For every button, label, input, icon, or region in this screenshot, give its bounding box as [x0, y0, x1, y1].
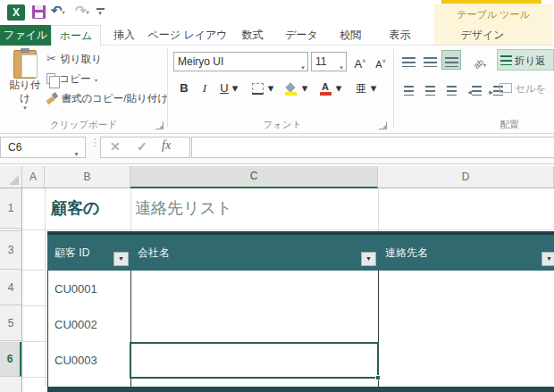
formula-input[interactable]	[191, 137, 554, 158]
scissors-icon: ✂	[46, 52, 56, 65]
fill-color-button[interactable]	[282, 79, 300, 98]
tab-page-layout[interactable]: ページ レイアウト	[147, 25, 228, 46]
borders-dropdown-icon[interactable]: ▾	[266, 79, 275, 98]
column-header-c-selected[interactable]: C	[130, 166, 378, 188]
sheet-grid[interactable]: 顧客の 連絡先リスト 顧客 ID 会社名 連絡先名 ▼ ▼ ▼ CU0001 C…	[22, 188, 554, 392]
align-left-button[interactable]	[399, 79, 418, 98]
table-border	[47, 271, 48, 387]
chevron-down-icon: ▼	[339, 59, 344, 77]
row-header-6-selected[interactable]: 6	[0, 342, 21, 377]
phonetic-dropdown-icon[interactable]: ▾	[369, 79, 378, 98]
underline-dropdown-icon[interactable]: ▾	[231, 79, 239, 98]
name-box[interactable]: C6▼	[0, 137, 86, 158]
fill-color-dropdown-icon[interactable]: ▾	[300, 79, 309, 98]
formula-bar: C6▼ ⋮ ✕ ✓ fx	[0, 135, 554, 164]
filter-dropdown-icon[interactable]: ▼	[541, 252, 554, 266]
ribbon-tab-bar: ファイル ホーム 挿入 ページ レイアウト 数式 データ 校閲 表示 デザイン	[0, 25, 554, 46]
tab-formulas[interactable]: 数式	[228, 25, 277, 46]
cell-b5[interactable]: CU0002	[55, 306, 126, 342]
font-color-dropdown-icon[interactable]: ▾	[334, 79, 343, 98]
copy-dropdown-icon[interactable]: ▾	[95, 78, 97, 83]
cancel-icon[interactable]: ✕	[110, 139, 121, 154]
table-header-company: 会社名	[130, 235, 378, 271]
borders-button[interactable]	[248, 79, 266, 98]
redo-icon[interactable]: ↷▾	[75, 3, 89, 19]
borders-icon	[252, 83, 264, 95]
row-header-1[interactable]: 1	[0, 188, 21, 229]
format-painter-icon	[46, 93, 57, 104]
filter-dropdown-icon[interactable]: ▼	[361, 252, 376, 266]
cell-b6[interactable]: CU0003	[55, 342, 126, 378]
paste-label: 貼り付け	[5, 79, 45, 105]
increase-font-size-button[interactable]: A˄	[350, 52, 370, 71]
undo-icon[interactable]: ↶▾	[51, 3, 65, 19]
font-name-combobox[interactable]: Meiryo UI▼	[173, 52, 308, 71]
customize-qat-icon[interactable]: ▾	[95, 6, 105, 17]
align-center-button[interactable]	[420, 79, 440, 98]
column-header-d[interactable]: D	[378, 166, 554, 188]
formula-buttons: ✕ ✓ fx	[100, 137, 190, 158]
wrap-text-button[interactable]: 折り返	[497, 49, 554, 71]
phonetic-guide-button[interactable]: 亜	[352, 79, 370, 98]
decrease-indent-button[interactable]: ◂	[465, 79, 484, 98]
font-dialog-launcher-icon[interactable]	[379, 121, 387, 129]
align-middle-button[interactable]	[420, 50, 440, 70]
align-top-icon	[402, 57, 416, 67]
gridline	[22, 305, 47, 306]
tab-design[interactable]: デザイン	[438, 25, 527, 46]
gridline	[22, 229, 554, 230]
clipboard-icon	[13, 50, 37, 79]
excel-logo-icon: X	[7, 4, 25, 21]
column-header-b[interactable]: B	[45, 166, 130, 188]
align-bottom-button[interactable]	[441, 50, 461, 70]
font-size-combobox[interactable]: 11▼	[311, 52, 347, 71]
align-right-button[interactable]	[441, 79, 461, 98]
font-color-button[interactable]: A	[316, 79, 334, 98]
save-icon[interactable]	[32, 5, 46, 19]
row-header-5[interactable]: 5	[0, 306, 21, 341]
table-header-contact: 連絡先名	[378, 235, 554, 271]
row-header-3[interactable]: 3	[0, 231, 21, 270]
format-painter-button[interactable]: 書式のコピー/貼り付け	[46, 88, 168, 106]
tab-file[interactable]: ファイル	[0, 25, 51, 46]
tab-review[interactable]: 校閲	[326, 25, 375, 46]
table-tools-accent-bar	[441, 0, 541, 4]
copy-button[interactable]: コピー ▾	[46, 69, 97, 87]
bold-button[interactable]: B	[175, 79, 193, 98]
tab-home[interactable]: ホーム	[51, 25, 101, 46]
align-center-icon	[425, 86, 435, 96]
enter-icon[interactable]: ✓	[137, 139, 147, 154]
gridline	[130, 188, 131, 231]
paste-button[interactable]: 貼り付け ▼	[5, 48, 45, 116]
table-header-row: 顧客 ID 会社名 連絡先名 ▼ ▼ ▼	[47, 235, 554, 271]
merge-center-button[interactable]: セルを	[497, 78, 554, 99]
row-header-4[interactable]: 4	[0, 271, 21, 305]
gridline	[22, 341, 47, 342]
clipboard-dialog-launcher-icon[interactable]	[155, 121, 164, 129]
fill-handle[interactable]	[375, 375, 381, 380]
gridline	[22, 270, 47, 271]
italic-button[interactable]: I	[197, 79, 213, 98]
tab-insert[interactable]: 挿入	[101, 25, 147, 46]
paste-dropdown-icon[interactable]: ▼	[5, 105, 45, 111]
gridline	[45, 188, 46, 387]
align-top-button[interactable]	[399, 50, 418, 70]
decrease-font-size-button[interactable]: A˅	[371, 52, 390, 71]
column-header-a[interactable]: A	[22, 166, 45, 188]
table-tools-label: テーブル ツール	[434, 8, 552, 21]
tab-view[interactable]: 表示	[375, 25, 424, 46]
filter-dropdown-icon[interactable]: ▼	[113, 252, 129, 266]
formula-bar-resize-handle[interactable]: ⋮	[90, 139, 100, 145]
align-bottom-icon	[445, 57, 458, 67]
insert-function-icon[interactable]: fx	[162, 138, 171, 153]
select-all-corner[interactable]	[0, 166, 22, 188]
sheet-title-part2: 連絡先リスト	[135, 197, 232, 219]
cut-button[interactable]: ✂ 切り取り	[46, 49, 102, 67]
row-header-7-partial[interactable]	[0, 378, 21, 392]
cell-b4[interactable]: CU0001	[55, 271, 126, 306]
orientation-button[interactable]: ab▾	[466, 50, 493, 70]
active-cell-c6[interactable]	[130, 342, 379, 379]
copy-icon	[46, 73, 55, 84]
tab-data[interactable]: データ	[277, 25, 326, 46]
align-left-icon	[404, 86, 414, 96]
